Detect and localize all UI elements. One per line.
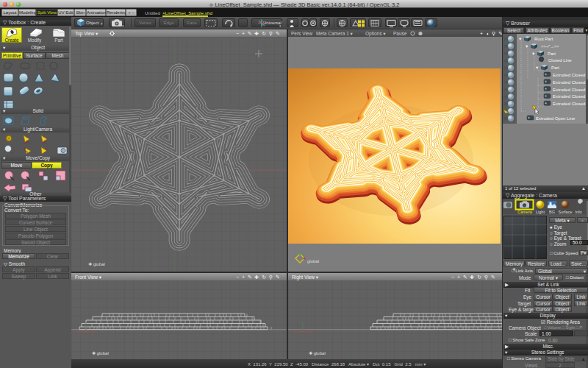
svg-text:▼: ▼ [531, 52, 535, 56]
svg-text:▾: ▾ [101, 21, 103, 26]
svg-text:▼: ▼ [518, 37, 522, 41]
svg-text:▾: ▾ [279, 24, 282, 28]
svg-text:▼: ▼ [535, 66, 539, 70]
svg-text:▾: ▾ [122, 24, 124, 28]
svg-text:▼: ▼ [525, 44, 528, 49]
